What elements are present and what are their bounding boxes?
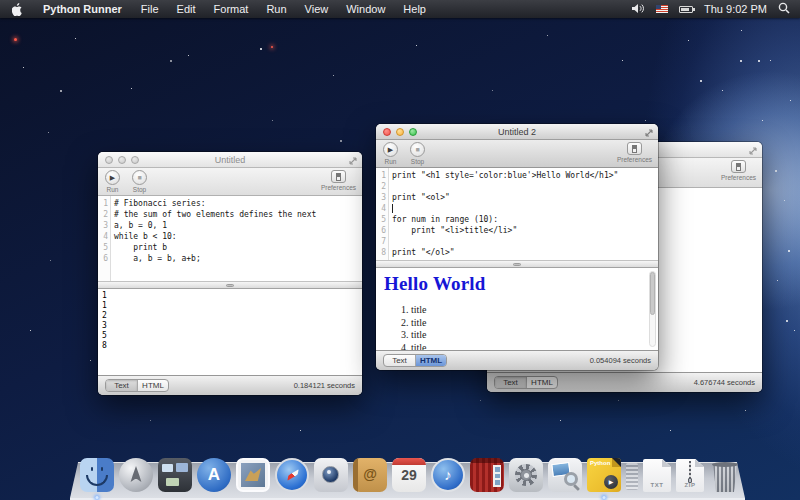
- dock-icon-mail[interactable]: [236, 458, 270, 492]
- fullscreen-icon[interactable]: [748, 145, 758, 155]
- dock-icon-itunes[interactable]: ♪: [431, 458, 465, 492]
- magnifier-icon: [564, 472, 578, 486]
- window2-titlebar[interactable]: Untitled 2: [376, 124, 658, 140]
- dock-icon-app-store[interactable]: A: [197, 458, 231, 492]
- tab-text[interactable]: Text: [384, 355, 415, 366]
- window2-toolbar: ▶ Run ■ Stop Preferences: [376, 140, 658, 168]
- active-app-name[interactable]: Python Runner: [33, 3, 132, 15]
- dock-icon-address-book[interactable]: @: [353, 458, 387, 492]
- volume-icon[interactable]: [632, 3, 645, 16]
- window1-output-view: 1 1 2 3 5 8: [98, 289, 362, 375]
- book-spine: [353, 458, 358, 492]
- apple-menu-icon[interactable]: [0, 3, 33, 16]
- minimize-button[interactable]: [396, 128, 404, 136]
- window-untitled-2: Untitled 2 ▶ Run ■ Stop Preferences 1 2 …: [376, 124, 658, 370]
- tab-html[interactable]: HTML: [137, 380, 168, 391]
- input-language-us-flag-icon[interactable]: [656, 5, 668, 13]
- preview-icon: [548, 458, 582, 492]
- menu-window[interactable]: Window: [337, 3, 394, 15]
- run-button[interactable]: ▶: [105, 170, 120, 185]
- zoom-button[interactable]: [409, 128, 417, 136]
- toggle-switch-icon: [336, 173, 341, 181]
- menu-clock[interactable]: Thu 9:02 PM: [704, 3, 767, 15]
- close-button[interactable]: [383, 128, 391, 136]
- play-icon: ▶: [604, 475, 618, 489]
- run-button[interactable]: ▶: [383, 142, 398, 157]
- window1-bottom-bar: Text HTML 0.184121 seconds: [98, 375, 362, 395]
- stop-button[interactable]: ■: [132, 170, 147, 185]
- output-scrollbar[interactable]: [649, 271, 656, 347]
- dock-icon-python-runner[interactable]: Python ▶: [587, 458, 621, 492]
- menu-format[interactable]: Format: [205, 3, 258, 15]
- window2-code-editor[interactable]: 1 2 3 4 5 6 7 8 print "<h1 style='color:…: [376, 168, 658, 260]
- python-runner-icon: Python ▶: [587, 458, 621, 492]
- run-button-group: ▶ Run: [105, 170, 120, 193]
- preferences-button[interactable]: [627, 142, 642, 155]
- window2-code-text: print "<h1 style='color:blue'>Hello Worl…: [389, 168, 618, 260]
- menu-help[interactable]: Help: [394, 3, 435, 15]
- list-item: title: [411, 329, 650, 342]
- tab-html[interactable]: HTML: [415, 355, 446, 366]
- dock-icon-mission-control[interactable]: [158, 458, 192, 492]
- spotlight-icon[interactable]: [778, 2, 790, 16]
- list-item: title: [411, 342, 650, 351]
- dock-icon-photo-booth[interactable]: [470, 458, 504, 492]
- run-label: Run: [385, 158, 397, 165]
- tab-text[interactable]: Text: [495, 377, 526, 388]
- calendar-day: 29: [392, 467, 426, 483]
- running-indicator: [96, 496, 99, 499]
- dock-icon-launchpad[interactable]: [119, 458, 153, 492]
- window1-code-editor[interactable]: 1 2 3 4 5 6 # Fibonacci series: # the su…: [98, 196, 362, 281]
- menu-bar: Python Runner File Edit Format Run View …: [0, 0, 800, 18]
- zoom-button[interactable]: [131, 156, 139, 164]
- menu-file[interactable]: File: [132, 3, 168, 15]
- toggle-switch-icon: [736, 163, 741, 171]
- window1-line-numbers: 1 2 3 4 5 6: [98, 196, 111, 281]
- window1-splitter[interactable]: [98, 281, 362, 289]
- close-button[interactable]: [105, 156, 113, 164]
- dock-icon-zip-archive[interactable]: ZIP: [676, 459, 704, 492]
- toggle-switch-icon: [632, 145, 637, 153]
- stop-label: Stop: [133, 186, 146, 193]
- list-item: title: [411, 317, 650, 330]
- window3-output-mode-tabs: Text HTML: [494, 376, 558, 389]
- tab-text[interactable]: Text: [106, 380, 137, 391]
- battery-icon[interactable]: [679, 6, 693, 13]
- menu-view[interactable]: View: [296, 3, 338, 15]
- splitter-handle-icon: [513, 263, 521, 266]
- dock-icon-system-preferences[interactable]: [509, 458, 543, 492]
- splitter-handle-icon: [226, 284, 234, 287]
- fullscreen-icon[interactable]: [644, 127, 654, 137]
- window2-run-time: 0.054094 seconds: [590, 356, 651, 365]
- scrollbar-thumb[interactable]: [650, 272, 655, 315]
- fullscreen-icon[interactable]: [348, 155, 358, 165]
- rendered-heading: Hello World: [384, 273, 650, 295]
- python-label: Python: [590, 460, 610, 466]
- preferences-button[interactable]: [731, 160, 746, 173]
- red-star: [271, 46, 273, 48]
- dock-icon-trash[interactable]: [709, 461, 741, 492]
- tab-html[interactable]: HTML: [526, 377, 557, 388]
- trash-rim: [712, 462, 738, 467]
- dock-icon-ical[interactable]: 29: [392, 458, 426, 492]
- window2-bottom-bar: Text HTML 0.054094 seconds: [376, 350, 658, 370]
- stop-label: Stop: [411, 158, 424, 165]
- window2-splitter[interactable]: [376, 260, 658, 268]
- dock-separator: [626, 463, 638, 490]
- window1-titlebar[interactable]: Untitled: [98, 152, 362, 168]
- zipper-icon: [689, 461, 691, 478]
- camera-lens-icon: [322, 466, 339, 483]
- dock-icon-safari[interactable]: [275, 458, 309, 492]
- stop-button[interactable]: ■: [410, 142, 425, 157]
- run-label: Run: [107, 186, 119, 193]
- dock-icon-preview[interactable]: [548, 458, 582, 492]
- preferences-button-group: Preferences: [617, 142, 652, 163]
- menu-edit[interactable]: Edit: [168, 3, 205, 15]
- dock-icon-txt-document[interactable]: TXT: [643, 459, 671, 492]
- menu-run[interactable]: Run: [257, 3, 295, 15]
- dock-icon-facetime[interactable]: [314, 458, 348, 492]
- minimize-button[interactable]: [118, 156, 126, 164]
- preferences-button[interactable]: [331, 170, 346, 183]
- preferences-button-group: Preferences: [721, 160, 756, 181]
- dock-icon-finder[interactable]: [80, 458, 114, 492]
